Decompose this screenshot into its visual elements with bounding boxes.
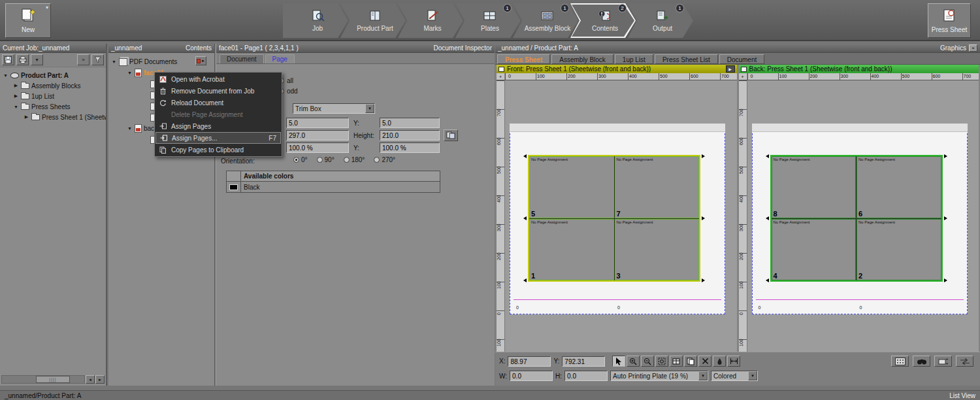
- forward-button[interactable]: [77, 54, 90, 65]
- collapse-icon[interactable]: [13, 105, 19, 109]
- back-canvas[interactable]: 700 600 500 400 300 200 100 0 100: [739, 80, 979, 352]
- radio-icon[interactable]: [374, 157, 380, 163]
- menu-item-assign-pages-dialog[interactable]: Assign Pages... F7: [155, 132, 281, 144]
- menu-item-copy-pages[interactable]: Copy Pages to Clipboard: [155, 144, 281, 156]
- step-product-part[interactable]: Product Part: [340, 3, 406, 38]
- step-job[interactable]: Job: [283, 3, 348, 38]
- orientation-90[interactable]: 90°: [317, 156, 335, 163]
- print-button[interactable]: [16, 54, 29, 65]
- filter-button[interactable]: [91, 54, 104, 65]
- view-mode-dropdown-button[interactable]: [31, 54, 43, 65]
- orientation-270[interactable]: 270°: [374, 156, 395, 163]
- step-assembly-block[interactable]: 1 Assembly Block: [513, 3, 578, 38]
- step-contents-active[interactable]: 2 Contents: [570, 3, 636, 38]
- scrollbar-track[interactable]: ||||: [1, 375, 85, 384]
- next-sheet-button[interactable]: [726, 65, 735, 73]
- y-field[interactable]: 5.0: [380, 118, 440, 128]
- selection-height-field[interactable]: 0.0: [564, 371, 608, 381]
- ruler-origin-button[interactable]: [739, 73, 747, 80]
- step-plates[interactable]: 1 Plates: [455, 3, 521, 38]
- tree-item-assembly-blocks[interactable]: Assembly Blocks: [0, 80, 106, 91]
- page-slot[interactable]: No Page Assignment 2: [857, 219, 941, 281]
- binoculars-button[interactable]: [913, 356, 930, 367]
- front-press-sheet[interactable]: No Page Assignment 5 No Page Assignment …: [510, 124, 725, 314]
- measure-tool-button[interactable]: [727, 356, 740, 367]
- expand-icon[interactable]: [13, 93, 19, 99]
- x-coordinate-field[interactable]: 88.97: [508, 356, 551, 367]
- table-view-tool-button[interactable]: [670, 356, 683, 367]
- tree-item-press-sheets[interactable]: Press Sheets: [0, 101, 106, 112]
- x-field[interactable]: 5.0: [286, 118, 349, 128]
- new-dropdown-icon[interactable]: [46, 5, 48, 10]
- collapse-icon[interactable]: [127, 71, 133, 75]
- page-slot[interactable]: No Page Assignment 8: [772, 156, 857, 218]
- tab-page[interactable]: Page: [265, 54, 295, 63]
- menu-item-open-with-acrobat[interactable]: Open with Acrobat: [155, 73, 281, 85]
- pointer-tool-button[interactable]: [612, 356, 625, 367]
- zoom-in-tool-button[interactable]: [627, 356, 640, 367]
- back-press-sheet[interactable]: No Page Assignment 8 No Page Assignment …: [752, 124, 968, 314]
- plate-mode-select[interactable]: Auto Printing Plate (19 %): [610, 371, 708, 381]
- orientation-180[interactable]: 180°: [344, 156, 365, 163]
- sheet-layout-tool-button[interactable]: [684, 356, 697, 367]
- page-slot[interactable]: No Page Assignment 1: [529, 219, 614, 281]
- page-slot[interactable]: No Page Assignment 6: [857, 156, 941, 218]
- orientation-0[interactable]: 0°: [293, 156, 308, 163]
- zoom-area-tool-button[interactable]: [655, 356, 668, 367]
- collapse-icon[interactable]: [3, 73, 8, 78]
- horizontal-scrollbar[interactable]: ||||: [1, 375, 105, 384]
- page-slot[interactable]: No Page Assignment 5: [529, 156, 614, 218]
- front-canvas[interactable]: 700 600 500 400 300 200 100 0 100: [497, 80, 737, 352]
- color-row-black[interactable]: Black: [227, 182, 440, 192]
- scale-x-field[interactable]: 100.0 %: [286, 142, 349, 153]
- y-coordinate-field[interactable]: 792.31: [562, 356, 605, 367]
- scale-y-field[interactable]: 100.0 %: [380, 142, 440, 153]
- chevron-down-icon[interactable]: [748, 371, 757, 380]
- width-field[interactable]: 297.0: [286, 130, 349, 141]
- chevron-down-icon[interactable]: [365, 104, 374, 113]
- tab-assembly-block[interactable]: Assembly Block: [551, 54, 613, 64]
- tab-document[interactable]: Document: [719, 54, 765, 64]
- tree-item-press-sheet-1[interactable]: Press Sheet 1 (Sheetwise: [0, 112, 106, 122]
- menu-item-remove-document[interactable]: Remove Document from Job: [155, 85, 281, 97]
- new-button[interactable]: New: [5, 3, 51, 38]
- radio-icon[interactable]: [293, 157, 299, 163]
- page-slot[interactable]: No Page Assignment 3: [615, 219, 700, 281]
- save-button[interactable]: [2, 54, 14, 65]
- ruler-origin-button[interactable]: [497, 73, 505, 80]
- zoom-out-tool-button[interactable]: [641, 356, 654, 367]
- scroll-left-button[interactable]: [86, 375, 95, 384]
- selection-width-field[interactable]: 0.0: [510, 371, 553, 381]
- plate-position-button[interactable]: [934, 356, 952, 367]
- radio-icon[interactable]: [317, 157, 323, 163]
- tab-1up-list[interactable]: 1up List: [615, 54, 653, 64]
- tree-item-1up-list[interactable]: 1up List: [0, 91, 106, 101]
- step-marks[interactable]: Marks: [398, 3, 463, 38]
- radio-icon[interactable]: [344, 157, 350, 163]
- close-panel-button[interactable]: [969, 44, 977, 52]
- chevron-down-icon[interactable]: [698, 371, 708, 380]
- tab-press-sheet-list[interactable]: Press Sheet List: [655, 54, 718, 64]
- page-slot[interactable]: No Page Assignment 4: [772, 219, 857, 281]
- menu-item-reload-document[interactable]: Reload Document: [155, 97, 281, 108]
- link-dimensions-button[interactable]: [444, 129, 458, 141]
- mirror-view-button[interactable]: [956, 356, 973, 367]
- collapse-icon[interactable]: [127, 126, 133, 131]
- tab-document[interactable]: Document: [220, 54, 264, 63]
- page-slot[interactable]: No Page Assignment 7: [615, 156, 700, 218]
- menu-item-assign-pages[interactable]: Assign Pages: [155, 120, 281, 132]
- collapse-icon[interactable]: [111, 59, 117, 64]
- ink-tool-button[interactable]: [713, 356, 726, 367]
- scroll-right-button[interactable]: [95, 375, 105, 384]
- tree-item-product-part[interactable]: Product Part: A: [0, 70, 106, 80]
- height-field[interactable]: 210.0: [380, 130, 440, 141]
- box-type-select[interactable]: Trim Box: [293, 103, 375, 114]
- expand-icon[interactable]: [13, 83, 19, 88]
- scrollbar-thumb[interactable]: ||||: [36, 376, 70, 383]
- delete-assignment-tool-button[interactable]: [698, 356, 711, 367]
- pdf-import-button[interactable]: [195, 56, 206, 65]
- color-mode-select[interactable]: Colored: [711, 371, 758, 381]
- tab-press-sheet[interactable]: Press Sheet: [497, 54, 550, 64]
- keypad-button[interactable]: [891, 356, 909, 367]
- expand-icon[interactable]: [24, 114, 29, 120]
